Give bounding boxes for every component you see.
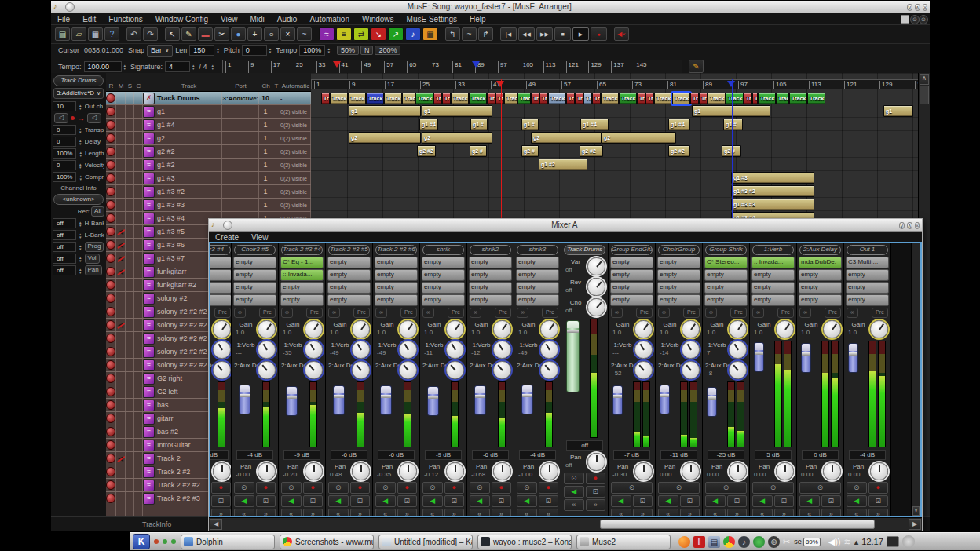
mute-cell[interactable] (116, 399, 126, 411)
power-button[interactable]: ⊙ (564, 473, 584, 484)
mixer-hscrollbar[interactable]: ◀ ▶ (209, 517, 922, 531)
arranger-part[interactable]: Track (654, 93, 672, 104)
output-routes-button[interactable]: » (444, 509, 465, 516)
class-cell[interactable] (134, 239, 143, 251)
strip-record-button[interactable]: ● (444, 482, 465, 494)
record-dot-icon[interactable] (106, 480, 115, 490)
track-row[interactable]: ≈g110(2) visible (106, 105, 311, 119)
effect-slot[interactable]: empty (610, 294, 653, 306)
record-dot-icon[interactable] (106, 374, 115, 383)
input-routes-button[interactable]: « (234, 509, 254, 516)
record-dot-icon[interactable] (106, 440, 115, 450)
rec-cell[interactable] (106, 92, 116, 104)
mute-cell[interactable]: ◀ (116, 252, 126, 265)
effect-slot[interactable]: empty (210, 294, 232, 306)
solo-cell[interactable] (126, 239, 134, 251)
menu-help[interactable]: Help (463, 15, 492, 24)
menu-automation[interactable]: Automation (303, 15, 356, 24)
class-cell[interactable] (134, 185, 143, 198)
channel-cell[interactable]: 1 (259, 105, 272, 118)
channel-fader[interactable] (474, 385, 486, 415)
record-dot-icon[interactable] (106, 160, 115, 170)
class-cell[interactable] (134, 505, 143, 517)
gain-knob[interactable] (258, 320, 276, 338)
strip-mute-button[interactable]: ◀ (375, 495, 396, 507)
mute-cell[interactable] (116, 425, 126, 438)
send-knob[interactable] (493, 341, 511, 359)
arranger-part[interactable]: Track (469, 93, 487, 104)
fader-zone[interactable] (799, 341, 841, 447)
arranger-part[interactable]: g1 #3 #2 (731, 185, 814, 197)
zoom-50%-button[interactable]: 50% (337, 46, 359, 55)
gain-knob[interactable] (776, 320, 794, 338)
mixer-menu-create[interactable]: Create (209, 233, 245, 242)
class-cell[interactable] (134, 159, 143, 171)
record-dot-icon[interactable] (106, 254, 115, 263)
mixer-maximize-icon[interactable]: ∧ (907, 222, 912, 229)
session-icon[interactable] (902, 535, 915, 548)
mute-cell[interactable] (116, 345, 126, 358)
arrow-up-tray-icon[interactable]: ▴ (854, 536, 859, 548)
rec-cell[interactable] (106, 185, 116, 198)
blue-marker-icon[interactable] (727, 81, 735, 87)
channel-cell[interactable]: 1 (259, 132, 272, 144)
menu-functions[interactable]: Functions (102, 15, 148, 24)
power-button[interactable]: ⊙ (328, 482, 349, 494)
pan-knob[interactable] (305, 462, 323, 480)
effect-slot[interactable]: empty (280, 282, 324, 294)
scroll-right-icon[interactable]: ▶ (909, 519, 921, 530)
gain-knob[interactable] (352, 320, 370, 338)
fader-zone[interactable] (281, 381, 323, 447)
mute-cell[interactable] (116, 492, 126, 505)
input-routes-button[interactable]: « (847, 509, 867, 516)
strip-mute-button[interactable]: ◀ (422, 495, 443, 507)
rec-cell[interactable] (106, 292, 116, 305)
new-song-icon[interactable]: ▤ (55, 27, 70, 41)
channel-fader[interactable] (239, 385, 250, 414)
class-cell[interactable] (134, 292, 143, 305)
tempo-input[interactable]: 100.00 (84, 61, 122, 72)
effect-slot[interactable]: mda DubDe. (799, 257, 842, 268)
zoom-200%-button[interactable]: 200% (375, 46, 400, 55)
mixer-close-icon[interactable]: × (915, 222, 920, 229)
strip-solo-button[interactable]: ⊡ (633, 495, 653, 507)
effect-slot[interactable]: empty (422, 294, 465, 306)
mute-cell[interactable] (116, 279, 126, 291)
strip-record-button[interactable]: ● (303, 482, 324, 494)
tempo-scale-input[interactable]: 100% (299, 45, 325, 56)
record-dot-icon[interactable] (106, 334, 115, 343)
mdi-close-button[interactable]: ⊙ (919, 15, 928, 24)
solo-cell[interactable] (126, 199, 134, 211)
input-routes-button[interactable]: « (328, 509, 349, 516)
power-button[interactable]: ⊙ (234, 482, 254, 494)
effect-slot[interactable]: empty (799, 282, 842, 294)
class-cell[interactable] (134, 212, 143, 224)
class-cell[interactable] (134, 425, 143, 438)
output-routes-button[interactable]: » (303, 509, 324, 516)
strip-solo-button[interactable]: ⊡ (256, 495, 276, 507)
rec-cell[interactable] (106, 172, 116, 184)
pan-knob[interactable] (587, 257, 605, 276)
rec-cell[interactable] (106, 412, 116, 425)
stereo-toggle-icon[interactable]: ∞ (705, 308, 717, 318)
solo-cell[interactable] (126, 492, 134, 505)
solo-cell[interactable] (126, 252, 134, 265)
pan-knob[interactable] (870, 462, 888, 480)
arranger-part[interactable]: Track (619, 93, 637, 104)
fader-zone[interactable] (210, 381, 231, 447)
arranger-part[interactable]: Tr (321, 93, 330, 104)
strip-name[interactable]: Track 2 #3 #6 (375, 245, 417, 255)
arranger-part[interactable]: Track (348, 93, 366, 104)
mute-cell[interactable] (116, 92, 126, 104)
strip-solo-button[interactable]: ⊡ (211, 495, 232, 507)
strip-name[interactable]: Choir3 #5 (234, 245, 276, 255)
len-input[interactable]: 150 (189, 45, 214, 56)
gain-knob[interactable] (682, 320, 700, 338)
port-cell[interactable] (222, 132, 259, 144)
pan-knob[interactable] (587, 298, 605, 316)
arranger-part[interactable]: Tr (575, 93, 583, 104)
field-value[interactable]: 100% (53, 172, 76, 182)
arranger-part[interactable]: Track (672, 93, 690, 104)
mute-cell[interactable] (116, 385, 126, 398)
marker-icon[interactable]: ↘ (371, 27, 386, 41)
